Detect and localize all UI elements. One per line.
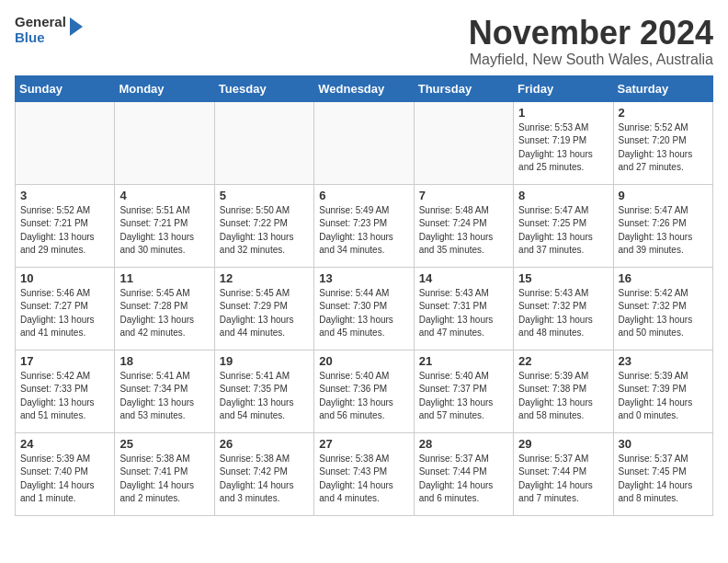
calendar-cell: 20Sunrise: 5:40 AMSunset: 7:36 PMDayligh… <box>314 350 414 432</box>
calendar-cell: 6Sunrise: 5:49 AMSunset: 7:23 PMDaylight… <box>314 184 414 267</box>
day-number: 29 <box>518 437 608 451</box>
day-info: Sunrise: 5:40 AMSunset: 7:37 PMDaylight:… <box>419 370 508 423</box>
calendar-cell: 29Sunrise: 5:37 AMSunset: 7:44 PMDayligh… <box>514 432 613 515</box>
day-info: Sunrise: 5:44 AMSunset: 7:30 PMDaylight:… <box>319 287 408 340</box>
calendar-cell: 27Sunrise: 5:38 AMSunset: 7:43 PMDayligh… <box>314 432 414 515</box>
day-number: 16 <box>619 271 708 285</box>
day-info: Sunrise: 5:42 AMSunset: 7:33 PMDaylight:… <box>20 370 109 423</box>
calendar-header-row: SundayMondayTuesdayWednesdayThursdayFrid… <box>16 75 713 101</box>
day-number: 5 <box>220 189 309 202</box>
location-title: Mayfield, New South Wales, Australia <box>469 52 713 68</box>
day-number: 24 <box>20 437 109 451</box>
calendar-cell: 16Sunrise: 5:42 AMSunset: 7:32 PMDayligh… <box>613 267 712 350</box>
calendar-cell: 21Sunrise: 5:40 AMSunset: 7:37 PMDayligh… <box>414 350 513 432</box>
day-number: 7 <box>419 189 508 202</box>
day-number: 1 <box>518 106 608 120</box>
calendar-cell: 15Sunrise: 5:43 AMSunset: 7:32 PMDayligh… <box>514 267 613 350</box>
day-number: 22 <box>518 354 608 368</box>
day-number: 27 <box>319 437 408 451</box>
calendar-cell <box>314 101 414 184</box>
calendar-cell: 1Sunrise: 5:53 AMSunset: 7:19 PMDaylight… <box>514 101 613 184</box>
calendar-cell: 13Sunrise: 5:44 AMSunset: 7:30 PMDayligh… <box>314 267 414 350</box>
day-number: 2 <box>619 106 708 120</box>
calendar-cell: 24Sunrise: 5:39 AMSunset: 7:40 PMDayligh… <box>16 432 115 515</box>
calendar-cell: 14Sunrise: 5:43 AMSunset: 7:31 PMDayligh… <box>414 267 513 350</box>
calendar-cell: 10Sunrise: 5:46 AMSunset: 7:27 PMDayligh… <box>16 267 115 350</box>
calendar-cell: 5Sunrise: 5:50 AMSunset: 7:22 PMDaylight… <box>214 184 313 267</box>
day-info: Sunrise: 5:45 AMSunset: 7:29 PMDaylight:… <box>220 287 309 340</box>
calendar-cell <box>214 101 313 184</box>
calendar-cell <box>414 101 513 184</box>
calendar-cell: 26Sunrise: 5:38 AMSunset: 7:42 PMDayligh… <box>214 432 313 515</box>
weekday-header-sunday: Sunday <box>16 75 115 101</box>
calendar-week-row: 3Sunrise: 5:52 AMSunset: 7:21 PMDaylight… <box>16 184 713 267</box>
day-info: Sunrise: 5:52 AMSunset: 7:21 PMDaylight:… <box>20 204 109 258</box>
calendar-cell: 22Sunrise: 5:39 AMSunset: 7:38 PMDayligh… <box>514 350 613 432</box>
day-info: Sunrise: 5:46 AMSunset: 7:27 PMDaylight:… <box>20 287 109 340</box>
day-number: 11 <box>119 271 209 285</box>
day-info: Sunrise: 5:37 AMSunset: 7:44 PMDaylight:… <box>518 453 608 506</box>
day-info: Sunrise: 5:52 AMSunset: 7:20 PMDaylight:… <box>619 121 708 175</box>
calendar-cell: 2Sunrise: 5:52 AMSunset: 7:20 PMDaylight… <box>613 101 712 184</box>
day-info: Sunrise: 5:45 AMSunset: 7:28 PMDaylight:… <box>119 287 209 340</box>
day-number: 13 <box>319 271 408 285</box>
day-info: Sunrise: 5:43 AMSunset: 7:31 PMDaylight:… <box>419 287 508 340</box>
weekday-header-saturday: Saturday <box>613 75 712 101</box>
day-info: Sunrise: 5:47 AMSunset: 7:25 PMDaylight:… <box>518 204 608 258</box>
day-info: Sunrise: 5:39 AMSunset: 7:38 PMDaylight:… <box>518 370 608 423</box>
calendar-cell <box>16 101 115 184</box>
day-number: 12 <box>220 271 309 285</box>
calendar-table: SundayMondayTuesdayWednesdayThursdayFrid… <box>15 75 713 516</box>
calendar-cell: 28Sunrise: 5:37 AMSunset: 7:44 PMDayligh… <box>414 432 513 515</box>
day-info: Sunrise: 5:39 AMSunset: 7:39 PMDaylight:… <box>619 370 708 423</box>
day-info: Sunrise: 5:41 AMSunset: 7:35 PMDaylight:… <box>220 370 309 423</box>
calendar-week-row: 1Sunrise: 5:53 AMSunset: 7:19 PMDaylight… <box>16 101 713 184</box>
calendar-cell: 4Sunrise: 5:51 AMSunset: 7:21 PMDaylight… <box>115 184 214 267</box>
logo-text: General Blue <box>15 15 66 45</box>
day-info: Sunrise: 5:43 AMSunset: 7:32 PMDaylight:… <box>518 287 608 340</box>
day-number: 9 <box>619 189 708 202</box>
logo-arrow-icon <box>70 17 83 36</box>
day-number: 8 <box>518 189 608 202</box>
day-info: Sunrise: 5:38 AMSunset: 7:41 PMDaylight:… <box>119 453 209 506</box>
day-number: 18 <box>119 354 209 368</box>
day-info: Sunrise: 5:41 AMSunset: 7:34 PMDaylight:… <box>119 370 209 423</box>
calendar-cell: 12Sunrise: 5:45 AMSunset: 7:29 PMDayligh… <box>214 267 313 350</box>
calendar-cell: 25Sunrise: 5:38 AMSunset: 7:41 PMDayligh… <box>115 432 214 515</box>
day-info: Sunrise: 5:47 AMSunset: 7:26 PMDaylight:… <box>619 204 708 258</box>
calendar-week-row: 10Sunrise: 5:46 AMSunset: 7:27 PMDayligh… <box>16 267 713 350</box>
day-number: 10 <box>20 271 109 285</box>
logo: General Blue <box>15 15 83 45</box>
calendar-week-row: 24Sunrise: 5:39 AMSunset: 7:40 PMDayligh… <box>16 432 713 515</box>
calendar-cell: 18Sunrise: 5:41 AMSunset: 7:34 PMDayligh… <box>115 350 214 432</box>
day-number: 23 <box>619 354 708 368</box>
calendar-week-row: 17Sunrise: 5:42 AMSunset: 7:33 PMDayligh… <box>16 350 713 432</box>
title-area: November 2024 Mayfield, New South Wales,… <box>469 15 713 68</box>
day-info: Sunrise: 5:38 AMSunset: 7:42 PMDaylight:… <box>220 453 309 506</box>
day-number: 30 <box>619 437 708 451</box>
day-number: 3 <box>20 189 109 202</box>
weekday-header-tuesday: Tuesday <box>214 75 313 101</box>
day-info: Sunrise: 5:37 AMSunset: 7:45 PMDaylight:… <box>619 453 708 506</box>
calendar-cell: 7Sunrise: 5:48 AMSunset: 7:24 PMDaylight… <box>414 184 513 267</box>
calendar-cell: 11Sunrise: 5:45 AMSunset: 7:28 PMDayligh… <box>115 267 214 350</box>
day-info: Sunrise: 5:37 AMSunset: 7:44 PMDaylight:… <box>419 453 508 506</box>
day-number: 21 <box>419 354 508 368</box>
day-number: 17 <box>20 354 109 368</box>
weekday-header-wednesday: Wednesday <box>314 75 414 101</box>
day-number: 15 <box>518 271 608 285</box>
day-number: 19 <box>220 354 309 368</box>
calendar-cell: 19Sunrise: 5:41 AMSunset: 7:35 PMDayligh… <box>214 350 313 432</box>
calendar-cell: 17Sunrise: 5:42 AMSunset: 7:33 PMDayligh… <box>16 350 115 432</box>
day-info: Sunrise: 5:53 AMSunset: 7:19 PMDaylight:… <box>518 121 608 175</box>
day-number: 20 <box>319 354 408 368</box>
weekday-header-thursday: Thursday <box>414 75 513 101</box>
calendar-cell: 9Sunrise: 5:47 AMSunset: 7:26 PMDaylight… <box>613 184 712 267</box>
calendar-cell: 3Sunrise: 5:52 AMSunset: 7:21 PMDaylight… <box>16 184 115 267</box>
day-number: 14 <box>419 271 508 285</box>
weekday-header-friday: Friday <box>514 75 613 101</box>
day-info: Sunrise: 5:39 AMSunset: 7:40 PMDaylight:… <box>20 453 109 506</box>
weekday-header-monday: Monday <box>115 75 214 101</box>
day-info: Sunrise: 5:50 AMSunset: 7:22 PMDaylight:… <box>220 204 309 258</box>
day-number: 4 <box>119 189 209 202</box>
